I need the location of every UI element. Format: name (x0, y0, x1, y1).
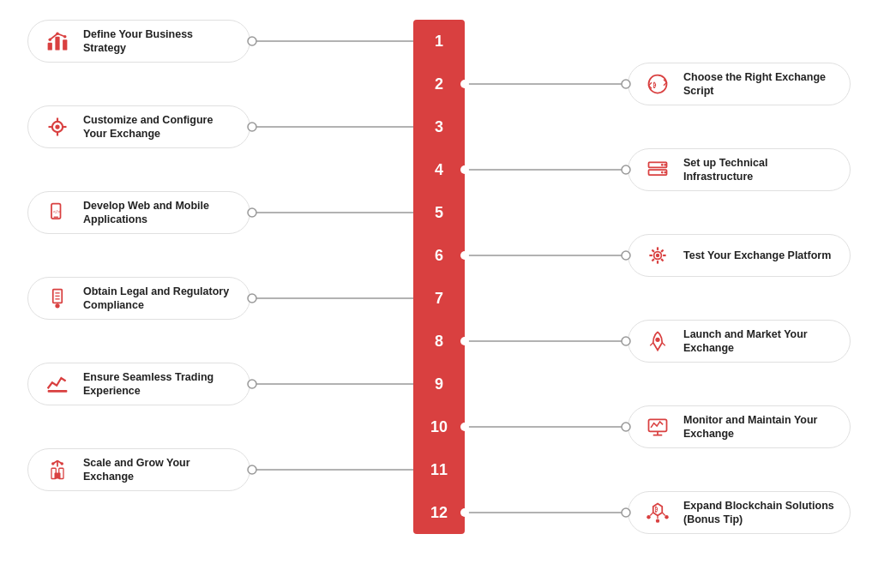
svg-point-83 (665, 515, 668, 519)
svg-point-63 (656, 254, 659, 257)
card-3-label: Customize and Configure Your Exchange (83, 113, 236, 141)
card-step-12: ₿ Expand Blockchain Solutions (Bonus Tip… (628, 491, 851, 534)
svg-rect-45 (48, 390, 68, 393)
rocket-icon (642, 326, 673, 357)
step-5: 5 (413, 191, 465, 234)
svg-point-52 (51, 462, 55, 465)
card-12-label: Expand Blockchain Solutions (Bonus Tip) (683, 499, 836, 527)
svg-point-79 (656, 519, 659, 522)
card-step-9: Ensure Seamless Trading Experience (27, 363, 250, 405)
card-step-2: ₿ Choose the Right Exchange Script (628, 63, 851, 105)
step-2: 2 (413, 63, 465, 105)
card-10-label: Monitor and Maintain Your Exchange (683, 413, 836, 441)
trading-icon (42, 369, 73, 399)
card-1-label: Define Your Business Strategy (83, 27, 236, 56)
svg-line-82 (662, 513, 665, 516)
card-step-10: Monitor and Maintain Your Exchange (628, 405, 851, 448)
card-step-6: Test Your Exchange Platform (628, 234, 851, 277)
step-11: 11 (413, 448, 465, 491)
svg-line-80 (650, 513, 653, 516)
card-5-label: Develop Web and Mobile Applications (83, 199, 236, 227)
main-diagram: 1 2 3 4 5 6 7 8 9 10 (27, 11, 851, 577)
step-12-dot-right (460, 508, 469, 517)
svg-point-29 (63, 35, 67, 39)
card-step-4: Set up Technical Infrastructure (628, 148, 851, 191)
card-6-label: Test Your Exchange Platform (683, 249, 831, 262)
step-4-dot-right (460, 165, 469, 174)
step-10: 10 (413, 405, 465, 448)
svg-rect-56 (649, 162, 667, 167)
svg-point-81 (646, 515, 650, 519)
card-step-3: Customize and Configure Your Exchange (27, 105, 250, 148)
card-9-label: Ensure Seamless Trading Experience (83, 370, 236, 399)
svg-point-72 (655, 338, 659, 342)
svg-rect-25 (55, 37, 59, 51)
svg-rect-57 (649, 170, 667, 175)
card-step-7: Obtain Legal and Regulatory Compliance (27, 277, 250, 320)
svg-line-71 (652, 259, 653, 261)
mobile-icon: </> (42, 197, 73, 228)
scale-icon (42, 454, 73, 485)
left-cards: Define Your Business Strategy Customize … (27, 20, 250, 491)
card-8-label: Launch and Market Your Exchange (683, 327, 836, 356)
step-12: 12 (413, 491, 465, 534)
card-2-label: Choose the Right Exchange Script (683, 70, 836, 99)
svg-point-58 (661, 164, 664, 166)
card-7-label: Obtain Legal and Regulatory Compliance (83, 285, 236, 313)
chart-icon (42, 26, 73, 57)
step-9: 9 (413, 363, 465, 405)
svg-rect-26 (63, 39, 67, 50)
svg-text:</>: </> (53, 208, 61, 214)
svg-point-60 (664, 164, 666, 166)
step-3: 3 (413, 105, 465, 148)
step-2-dot-right (460, 80, 469, 88)
step-column: 1 2 3 4 5 6 7 8 9 10 (413, 20, 465, 534)
svg-line-68 (652, 249, 653, 251)
card-step-5: </> Develop Web and Mobile Applications (27, 191, 250, 234)
server-icon (642, 154, 673, 185)
svg-point-27 (49, 39, 52, 42)
gear-icon (642, 240, 673, 271)
step-1: 1 (413, 20, 465, 63)
step-8-dot-right (460, 337, 469, 345)
svg-rect-46 (55, 473, 61, 479)
svg-point-28 (56, 33, 59, 36)
right-cards: ₿ Choose the Right Exchange Script S (628, 20, 851, 534)
card-step-1: Define Your Business Strategy (27, 20, 250, 63)
svg-rect-24 (48, 43, 52, 51)
step-7: 7 (413, 277, 465, 320)
card-step-8: Launch and Market Your Exchange (628, 320, 851, 363)
step-4: 4 (413, 148, 465, 191)
svg-point-31 (55, 124, 59, 129)
step-10-dot-right (460, 423, 469, 431)
step-8: 8 (413, 320, 465, 363)
card-step-11: Scale and Grow Your Exchange (27, 448, 250, 491)
svg-text:₿: ₿ (652, 81, 657, 89)
card-4-label: Set up Technical Infrastructure (683, 156, 836, 184)
svg-point-54 (649, 75, 667, 93)
legal-icon (42, 283, 73, 314)
blockchain-icon: ₿ (642, 497, 673, 528)
exchange-icon: ₿ (642, 69, 673, 99)
svg-text:₿: ₿ (654, 506, 658, 513)
svg-point-61 (664, 171, 666, 174)
wrench-icon (42, 111, 73, 142)
card-11-label: Scale and Grow Your Exchange (83, 456, 236, 484)
svg-point-43 (55, 303, 59, 308)
step-6-dot-right (460, 251, 469, 260)
svg-line-69 (661, 259, 663, 261)
svg-point-59 (661, 171, 664, 174)
step-6: 6 (413, 234, 465, 277)
svg-line-70 (661, 249, 663, 251)
svg-point-53 (61, 462, 64, 465)
monitor-icon (642, 411, 673, 442)
